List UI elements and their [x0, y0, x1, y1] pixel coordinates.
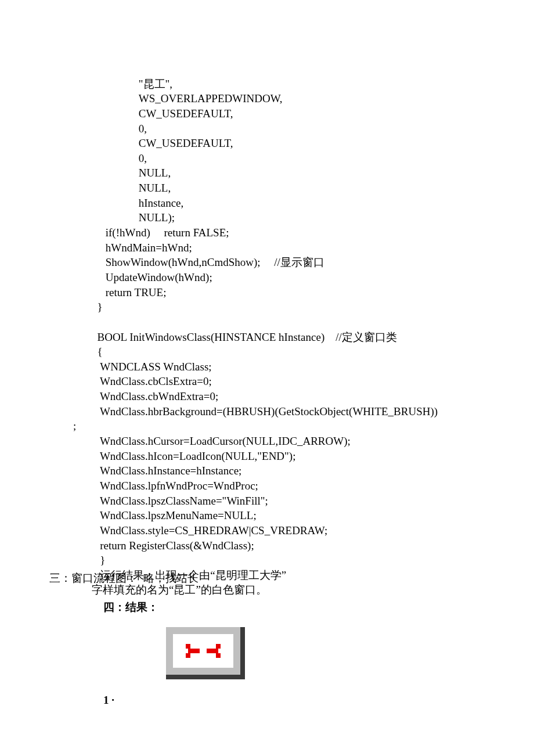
code-line: WndClass.hbrBackground=(HBRUSH)(GetStock…	[92, 405, 438, 417]
svg-rect-4	[216, 644, 221, 649]
code-line: }	[92, 554, 105, 566]
code-line: WndClass.cbClsExtra=0;	[92, 375, 212, 387]
window-frame	[166, 627, 240, 675]
code-line: 0,	[92, 152, 147, 164]
svg-rect-1	[188, 649, 193, 653]
code-line: WndClass.lpszMenuName=NULL;	[92, 509, 257, 521]
svg-rect-6	[207, 649, 214, 653]
code-line: ;	[73, 420, 76, 432]
code-line: BOOL InitWindowsClass(HINSTANCE hInstanc…	[92, 331, 397, 343]
code-line: WndClass.lpfnWndProc=WndProc;	[92, 480, 258, 492]
code-line: NULL);	[92, 211, 175, 224]
code-line: WndClass.lpszClassName="WinFill";	[92, 495, 268, 507]
code-line: CW_USEDEFAULT,	[92, 137, 233, 149]
svg-rect-7	[216, 653, 221, 658]
code-line: WS_OVERLAPPEDWINDOW,	[92, 92, 283, 105]
page-number: 1 ·	[103, 693, 114, 708]
code-line: NULL,	[92, 167, 171, 179]
code-line: {	[92, 345, 103, 358]
code-line: WndClass.hInstance=hInstance;	[92, 465, 241, 477]
svg-rect-2	[193, 649, 200, 653]
code-line: hInstance,	[92, 197, 183, 209]
window-client-area	[173, 634, 233, 668]
code-line: UpdateWindow(hWnd);	[92, 271, 212, 283]
document-page: "昆工", WS_OVERLAPPEDWINDOW, CW_USEDEFAULT…	[0, 0, 534, 756]
code-line: WndClass.style=CS_HREDRAW|CS_VREDRAW;	[92, 524, 327, 537]
code-line: WndClass.cbWndExtra=0;	[92, 390, 218, 402]
result-window-icon	[166, 627, 245, 679]
code-line: WndClass.hCursor=LoadCursor(NULL,IDC_ARR…	[92, 435, 351, 447]
code-line: CW_USEDEFAULT,	[92, 107, 233, 120]
code-line: return TRUE;	[92, 286, 166, 298]
svg-rect-3	[186, 653, 190, 658]
code-line: }	[92, 301, 103, 313]
code-line: WNDCLASS WndClass;	[92, 361, 212, 373]
code-line: WndClass.hIcon=LoadIcon(NULL,"END");	[92, 450, 295, 462]
code-line: if(!hWnd) return FALSE;	[92, 226, 229, 239]
code-line: ShowWindow(hWnd,nCmdShow); //显示窗口	[92, 256, 324, 268]
red-bowtie-icon	[186, 644, 221, 658]
code-line: NULL,	[92, 182, 171, 194]
svg-rect-5	[214, 649, 218, 653]
code-block: "昆工", WS_OVERLAPPEDWINDOW, CW_USEDEFAULT…	[92, 62, 438, 597]
section-three-heading: 三：窗口流程图： 略，找站长	[49, 571, 199, 586]
section-four-heading: 四：结果：	[103, 600, 158, 615]
code-line: "昆工",	[92, 78, 172, 90]
svg-rect-0	[186, 644, 190, 649]
window-shadow	[166, 627, 245, 679]
code-line: hWndMain=hWnd;	[92, 242, 192, 254]
code-line: return RegisterClass(&WndClass);	[92, 539, 254, 552]
code-line: 0,	[92, 123, 147, 135]
